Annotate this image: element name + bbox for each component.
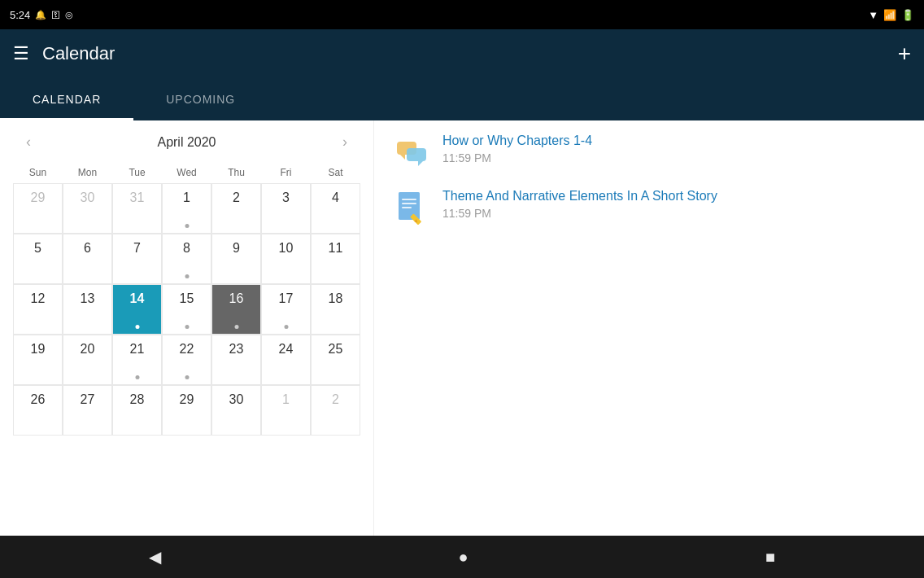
day-number: 5 <box>34 241 41 256</box>
day-number: 6 <box>84 241 91 256</box>
status-time: 5:24 <box>10 9 30 21</box>
day-number: 10 <box>279 241 294 256</box>
cal-day-w2-d6[interactable]: 18 <box>311 284 360 335</box>
cal-day-w0-d5[interactable]: 3 <box>261 183 311 234</box>
day-number: 11 <box>329 241 343 256</box>
day-number: 28 <box>130 392 145 407</box>
notification-icon: 🔔 <box>35 10 46 20</box>
svg-rect-6 <box>402 199 416 200</box>
cal-day-w0-d4[interactable]: 2 <box>211 183 261 234</box>
cal-day-w2-d5[interactable]: 17 <box>261 284 311 335</box>
app-title: Calendar <box>42 43 115 64</box>
cal-day-w3-d1[interactable]: 20 <box>63 335 112 385</box>
event-icon-chat <box>394 134 429 169</box>
day-number: 25 <box>329 342 343 357</box>
calendar-header: ‹ April 2020 › <box>13 130 360 154</box>
svg-rect-2 <box>407 148 426 161</box>
day-number: 30 <box>229 392 244 407</box>
prev-month-button[interactable]: ‹ <box>20 130 37 154</box>
wifi-icon: ▼ <box>868 9 878 21</box>
event-item-2[interactable]: Theme And Narrative Elements In A Short … <box>394 189 904 225</box>
events-section: How or Why Chapters 1-4 11:59 PM <box>374 120 924 536</box>
next-month-button[interactable]: › <box>336 130 354 154</box>
cal-day-w4-d2[interactable]: 28 <box>112 385 162 436</box>
bottom-nav: ◀ ● ■ <box>0 536 924 578</box>
cal-day-w2-d1[interactable]: 13 <box>63 284 112 335</box>
main-content: ‹ April 2020 › Sun Mon Tue Wed Thu Fri S… <box>0 120 924 536</box>
day-number: 13 <box>81 291 95 306</box>
app-bar-left: ☰ Calendar <box>13 43 115 64</box>
month-title: April 2020 <box>157 135 216 150</box>
cal-day-w0-d2[interactable]: 31 <box>112 183 162 234</box>
event-info-1: How or Why Chapters 1-4 11:59 PM <box>442 134 592 164</box>
day-number: 26 <box>31 392 46 407</box>
cal-day-w1-d6[interactable]: 11 <box>311 234 360 284</box>
day-number: 29 <box>31 190 46 205</box>
cal-day-w3-d4[interactable]: 23 <box>211 335 261 385</box>
menu-button[interactable]: ☰ <box>13 43 29 64</box>
cal-day-w0-d0[interactable]: 29 <box>13 183 63 234</box>
cal-day-w3-d3[interactable]: 22 <box>162 335 211 385</box>
event-dot <box>185 375 189 379</box>
event-dot <box>185 325 189 329</box>
home-button[interactable]: ● <box>458 548 468 567</box>
event-info-2: Theme And Narrative Elements In A Short … <box>442 189 717 220</box>
back-button[interactable]: ◀ <box>149 547 161 567</box>
cal-day-w0-d3[interactable]: 1 <box>162 183 211 234</box>
cal-day-w4-d4[interactable]: 30 <box>211 385 261 436</box>
svg-rect-8 <box>402 207 412 208</box>
event-dot <box>234 325 238 329</box>
event-dot <box>135 325 139 329</box>
cal-day-w2-d4[interactable]: 16 <box>211 284 261 335</box>
add-button[interactable]: + <box>898 42 911 65</box>
cal-day-w1-d4[interactable]: 9 <box>211 234 261 284</box>
cal-day-w4-d5[interactable]: 1 <box>261 385 311 436</box>
event-item-1[interactable]: How or Why Chapters 1-4 11:59 PM <box>394 134 904 169</box>
cal-day-w3-d6[interactable]: 25 <box>311 335 360 385</box>
cal-day-w1-d5[interactable]: 10 <box>261 234 311 284</box>
cal-day-w0-d6[interactable]: 4 <box>311 183 360 234</box>
cal-day-w1-d3[interactable]: 8 <box>162 234 211 284</box>
day-number: 4 <box>332 190 339 205</box>
tab-bar: CALENDAR UPCOMING <box>0 78 924 120</box>
day-headers: Sun Mon Tue Wed Thu Fri Sat <box>13 164 360 182</box>
svg-marker-1 <box>400 155 405 160</box>
event-dot <box>185 224 189 228</box>
cal-day-w4-d6[interactable]: 2 <box>311 385 360 436</box>
cal-day-w2-d0[interactable]: 12 <box>13 284 63 335</box>
cal-day-w1-d1[interactable]: 6 <box>63 234 112 284</box>
tab-upcoming[interactable]: UPCOMING <box>133 78 268 120</box>
day-number: 24 <box>279 342 294 357</box>
day-number: 14 <box>130 291 145 306</box>
signal-icon: 📶 <box>883 9 896 21</box>
event-title-1: How or Why Chapters 1-4 <box>442 134 592 148</box>
cal-day-w4-d0[interactable]: 26 <box>13 385 63 436</box>
cal-day-w3-d2[interactable]: 21 <box>112 335 162 385</box>
status-left: 5:24 🔔 ⚿ ◎ <box>10 9 73 21</box>
day-header-wed: Wed <box>162 164 211 182</box>
recents-button[interactable]: ■ <box>765 548 775 567</box>
status-right: ▼ 📶 🔋 <box>868 9 914 21</box>
day-number: 7 <box>133 241 141 256</box>
cal-day-w4-d1[interactable]: 27 <box>63 385 112 436</box>
cal-day-w3-d5[interactable]: 24 <box>261 335 311 385</box>
cal-day-w2-d2[interactable]: 14 <box>112 284 162 335</box>
cal-day-w2-d3[interactable]: 15 <box>162 284 211 335</box>
day-header-tue: Tue <box>112 164 162 182</box>
day-number: 15 <box>180 291 194 306</box>
day-number: 1 <box>183 190 190 205</box>
cal-day-w3-d0[interactable]: 19 <box>13 335 63 385</box>
day-number: 9 <box>233 241 240 256</box>
cal-day-w4-d3[interactable]: 29 <box>162 385 211 436</box>
day-number: 21 <box>130 342 145 357</box>
day-number: 18 <box>329 291 343 306</box>
cal-day-w0-d1[interactable]: 30 <box>63 183 112 234</box>
cal-day-w1-d2[interactable]: 7 <box>112 234 162 284</box>
tab-calendar[interactable]: CALENDAR <box>0 78 133 120</box>
status-bar: 5:24 🔔 ⚿ ◎ ▼ 📶 🔋 <box>0 0 924 29</box>
cal-day-w1-d0[interactable]: 5 <box>13 234 63 284</box>
extra-icon: ◎ <box>65 10 73 20</box>
day-number: 27 <box>81 392 95 407</box>
event-dot <box>135 375 139 379</box>
day-number: 2 <box>332 392 339 407</box>
